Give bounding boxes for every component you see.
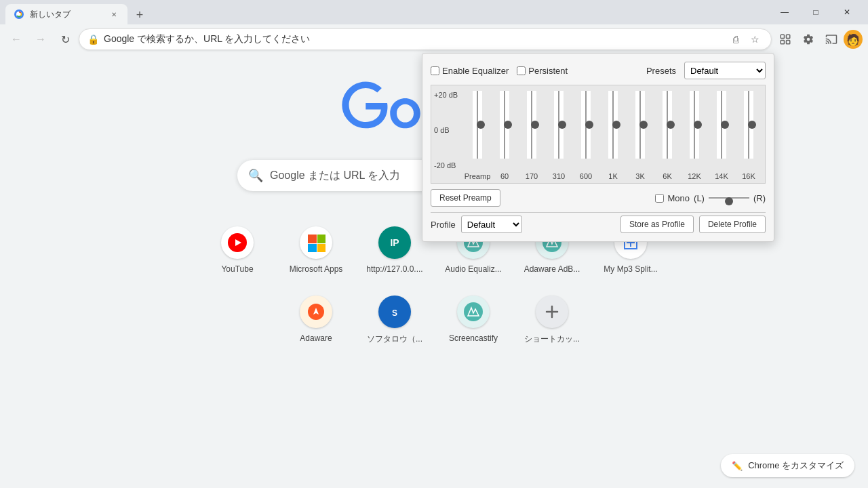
freq-170: 170 xyxy=(518,172,545,180)
tab-strip: 新しいタブ ✕ + xyxy=(5,0,769,24)
shortcut-screencastify-label: Screencastify xyxy=(449,333,498,343)
maximize-button[interactable]: □ xyxy=(800,1,831,23)
shortcut-localhost[interactable]: IP http://127.0.0.... xyxy=(358,218,431,282)
preamp-slider-wrap xyxy=(464,91,491,172)
slider-12k[interactable] xyxy=(690,91,699,159)
window-controls: — □ ✕ xyxy=(769,1,863,23)
persistent-label[interactable]: Persistent xyxy=(517,66,568,76)
slider-600hz[interactable] xyxy=(581,91,591,159)
tab-close-button[interactable]: ✕ xyxy=(108,9,119,20)
mono-checkbox[interactable] xyxy=(655,194,664,203)
shortcut-my-mp3-split-label: My Mp3 Split... xyxy=(604,264,657,274)
shortcut-softarow-label: ソフタロウ（... xyxy=(367,333,422,345)
title-bar: 新しいタブ ✕ + — □ ✕ xyxy=(0,0,868,24)
presets-select[interactable]: Default Custom Flat Rock Pop Jazz Classi… xyxy=(684,62,766,79)
eq-top-row: Enable Equalizer Persistent Presets Defa… xyxy=(431,62,766,79)
shortcut-screencastify-icon xyxy=(457,296,490,328)
eq-freq-labels: Preamp 60 170 310 600 1K 3K 6K 12K 14K 1… xyxy=(464,172,762,180)
svg-rect-5 xyxy=(781,41,784,44)
shortcut-add[interactable]: ショートカッ... xyxy=(515,287,589,353)
slider-12k-wrap xyxy=(681,91,708,172)
slider-600hz-wrap xyxy=(572,91,599,172)
svg-text:S: S xyxy=(392,308,397,318)
svg-rect-3 xyxy=(781,35,784,38)
slider-310hz-wrap xyxy=(545,91,572,172)
slider-170hz[interactable] xyxy=(527,91,536,159)
slider-6k-wrap xyxy=(654,91,681,172)
eq-divider xyxy=(431,212,766,213)
bookmark-icon[interactable]: ☆ xyxy=(747,31,763,47)
svg-point-2 xyxy=(18,13,21,16)
balance-slider[interactable] xyxy=(709,197,749,199)
shortcut-localhost-label: http://127.0.0.... xyxy=(366,264,422,274)
extensions-icon[interactable] xyxy=(774,28,796,50)
shortcut-youtube-label: YouTube xyxy=(221,264,253,274)
freq-310: 310 xyxy=(545,172,572,180)
shortcut-youtube[interactable]: YouTube xyxy=(201,218,274,282)
omnibox-text: Google で検索するか、URL を入力してください xyxy=(104,33,722,45)
forward-button[interactable]: → xyxy=(30,28,52,50)
toolbar-right: 🧑 xyxy=(774,28,863,50)
freq-14k: 14K xyxy=(708,172,735,180)
active-tab[interactable]: 新しいタブ ✕ xyxy=(5,4,127,24)
customize-chrome-label: Chrome をカスタマイズ xyxy=(748,460,844,472)
slider-60hz[interactable] xyxy=(500,91,509,159)
svg-rect-11 xyxy=(317,235,326,243)
mono-wrap: Mono (L) (R) xyxy=(655,193,766,203)
delete-profile-button[interactable]: Delete Profile xyxy=(699,216,766,233)
shortcut-youtube-icon xyxy=(221,226,254,259)
profile-avatar[interactable]: 🧑 xyxy=(844,30,863,49)
slider-3k[interactable] xyxy=(635,91,645,159)
freq-6k: 6K xyxy=(654,172,681,180)
slider-6k[interactable] xyxy=(663,91,672,159)
cast-icon[interactable] xyxy=(821,28,842,50)
close-button[interactable]: ✕ xyxy=(831,1,863,23)
eq-db-labels: +20 dB 0 dB -20 dB xyxy=(434,91,458,169)
shortcut-softarow[interactable]: S ソフタロウ（... xyxy=(358,287,431,353)
shortcut-microsoft-apps[interactable]: Microsoft Apps xyxy=(279,218,353,282)
presets-label: Presets xyxy=(646,66,676,76)
eq-sliders-row xyxy=(464,91,762,172)
shortcut-adaware[interactable]: Adaware xyxy=(279,287,353,353)
chrome-window: 新しいタブ ✕ + — □ ✕ ← → ↻ 🔒 Google で検索するか、UR… xyxy=(0,0,868,488)
share-icon[interactable]: ⎙ xyxy=(728,31,744,47)
shortcut-adaware-adblock-label: Adaware AdB... xyxy=(524,264,580,274)
slider-16k[interactable] xyxy=(744,91,753,159)
slider-16k-wrap xyxy=(735,91,762,172)
preamp-slider[interactable] xyxy=(473,91,482,159)
freq-12k: 12K xyxy=(681,172,708,180)
eq-sliders-area: +20 dB 0 dB -20 dB xyxy=(431,85,766,184)
slider-310hz[interactable] xyxy=(554,91,564,159)
customize-chrome-button[interactable]: ✏️ Chrome をカスタマイズ xyxy=(721,454,854,477)
slider-1k[interactable] xyxy=(608,91,618,159)
shortcut-audio-equalizer-label: Audio Equaliz... xyxy=(445,264,501,274)
back-button[interactable]: ← xyxy=(5,28,27,50)
search-icon: 🔍 xyxy=(248,168,263,183)
new-tab-button[interactable]: + xyxy=(130,5,149,24)
freq-preamp: Preamp xyxy=(464,172,491,180)
shortcut-softarow-icon: S xyxy=(378,296,411,328)
enable-equalizer-checkbox[interactable] xyxy=(431,66,439,75)
omnibox[interactable]: 🔒 Google で検索するか、URL を入力してください ⎙ ☆ xyxy=(79,28,772,50)
tab-title: 新しいタブ xyxy=(30,9,103,20)
settings-icon[interactable] xyxy=(797,28,819,50)
profile-label: Profile xyxy=(431,220,456,230)
freq-1k: 1K xyxy=(599,172,627,180)
slider-14k[interactable] xyxy=(717,91,726,159)
freq-60: 60 xyxy=(491,172,518,180)
customize-pencil-icon: ✏️ xyxy=(732,461,743,471)
store-as-profile-button[interactable]: Store as Profile xyxy=(620,216,694,233)
slider-60hz-wrap xyxy=(491,91,518,172)
minimize-button[interactable]: — xyxy=(769,1,800,23)
enable-equalizer-label[interactable]: Enable Equalizer xyxy=(431,66,509,76)
shortcut-add-icon xyxy=(536,296,568,328)
persistent-checkbox[interactable] xyxy=(517,66,526,75)
slider-14k-wrap xyxy=(708,91,735,172)
shortcut-screencastify[interactable]: Screencastify xyxy=(437,287,510,353)
profile-select[interactable]: Default Custom xyxy=(461,216,522,233)
refresh-button[interactable]: ↻ xyxy=(54,28,76,50)
slider-1k-wrap xyxy=(599,91,627,172)
reset-preamp-button[interactable]: Reset Preamp xyxy=(431,189,500,207)
slider-3k-wrap xyxy=(627,91,654,172)
balance-r-label: (R) xyxy=(753,193,766,203)
